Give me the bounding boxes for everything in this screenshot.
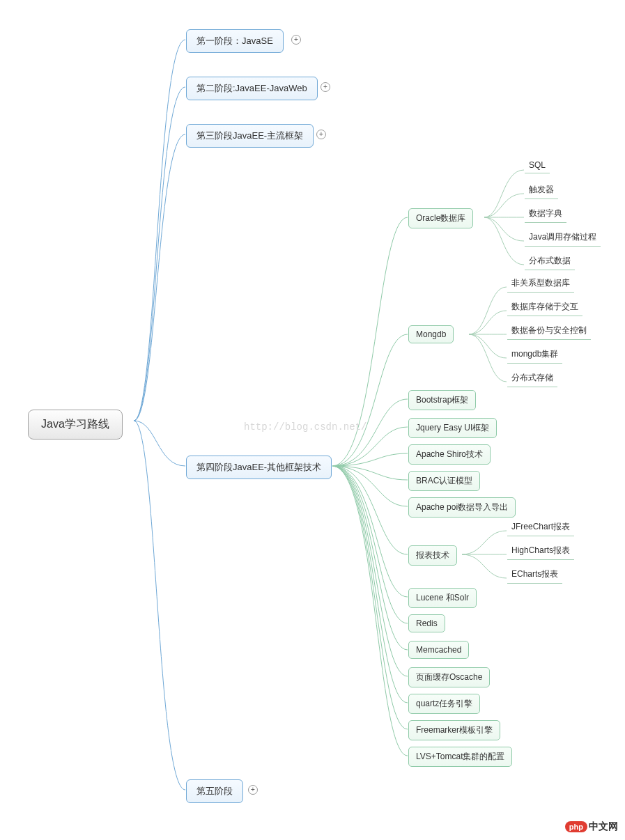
mongdb-dist-leaf[interactable]: 分布式存储 bbox=[507, 371, 557, 387]
oscache-node[interactable]: 页面缓存Oscache bbox=[408, 667, 490, 687]
highcharts-leaf[interactable]: HighCharts报表 bbox=[507, 543, 574, 560]
jquery-node[interactable]: Jquery Easy UI框架 bbox=[408, 418, 497, 438]
stage-5-node[interactable]: 第五阶段 bbox=[186, 779, 243, 803]
oracle-dict-leaf[interactable]: 数据字典 bbox=[525, 206, 566, 223]
logo-badge: php bbox=[565, 821, 587, 832]
expand-icon[interactable]: + bbox=[248, 785, 258, 795]
expand-icon[interactable]: + bbox=[321, 82, 330, 92]
root-node[interactable]: Java学习路线 bbox=[28, 410, 123, 440]
jfreechart-leaf[interactable]: JFreeChart报表 bbox=[507, 520, 574, 536]
stage-1-node[interactable]: 第一阶段：JavaSE bbox=[186, 29, 284, 53]
quartz-node[interactable]: quartz任务引擎 bbox=[408, 694, 480, 714]
lvs-node[interactable]: LVS+Tomcat集群的配置 bbox=[408, 747, 512, 767]
mongdb-node[interactable]: Mongdb bbox=[408, 325, 454, 343]
memcached-node[interactable]: Memcached bbox=[408, 641, 469, 659]
oracle-dist-leaf[interactable]: 分布式数据 bbox=[525, 254, 575, 270]
shiro-node[interactable]: Apache Shiro技术 bbox=[408, 444, 491, 465]
oracle-javaproc-leaf[interactable]: Java调用存储过程 bbox=[525, 230, 601, 247]
oracle-node[interactable]: Oracle数据库 bbox=[408, 208, 473, 228]
stage-3-node[interactable]: 第三阶段JavaEE-主流框架 bbox=[186, 124, 314, 148]
mongdb-backup-leaf[interactable]: 数据备份与安全控制 bbox=[507, 323, 591, 340]
expand-icon[interactable]: + bbox=[316, 130, 326, 139]
stage-2-node[interactable]: 第二阶段:JavaEE-JavaWeb bbox=[186, 77, 318, 100]
oracle-trigger-leaf[interactable]: 触发器 bbox=[525, 182, 558, 199]
echarts-leaf[interactable]: ECharts报表 bbox=[507, 567, 562, 584]
mongdb-cluster-leaf[interactable]: mongdb集群 bbox=[507, 347, 562, 364]
oracle-sql-leaf[interactable]: SQL bbox=[525, 159, 550, 173]
freemarker-node[interactable]: Freemarker模板引擎 bbox=[408, 720, 500, 740]
lucene-node[interactable]: Lucene 和Solr bbox=[408, 588, 477, 608]
redis-node[interactable]: Redis bbox=[408, 614, 445, 632]
watermark-text: http://blog.csdn.net/ bbox=[244, 421, 366, 433]
brac-node[interactable]: BRAC认证模型 bbox=[408, 471, 480, 491]
mongdb-nosql-leaf[interactable]: 非关系型数据库 bbox=[507, 276, 574, 293]
poi-node[interactable]: Apache poi数据导入导出 bbox=[408, 497, 516, 518]
stage-4-node[interactable]: 第四阶段JavaEE-其他框架技术 bbox=[186, 456, 332, 479]
logo-text: 中文网 bbox=[589, 820, 618, 833]
expand-icon[interactable]: + bbox=[291, 35, 301, 45]
site-logo: php 中文网 bbox=[565, 820, 618, 833]
bootstrap-node[interactable]: Bootstrap框架 bbox=[408, 390, 476, 410]
mongdb-store-leaf[interactable]: 数据库存储于交互 bbox=[507, 300, 582, 316]
report-node[interactable]: 报表技术 bbox=[408, 545, 457, 566]
